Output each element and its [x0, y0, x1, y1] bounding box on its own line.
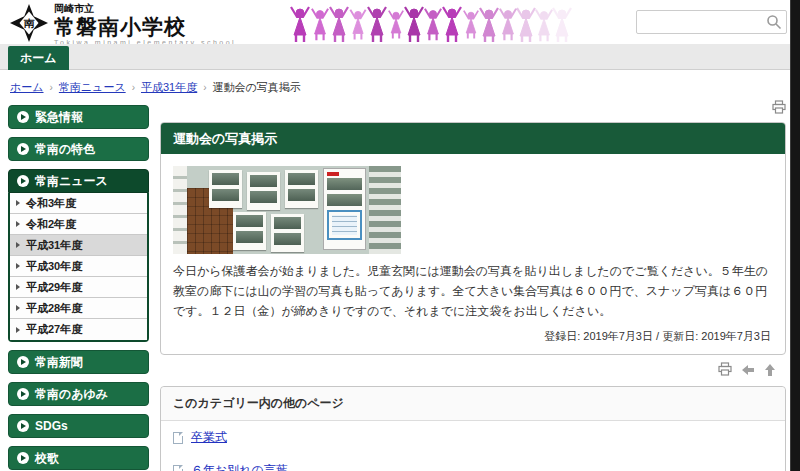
- sidebar-subitem-heisei29[interactable]: 平成29年度: [10, 277, 147, 298]
- main-content: 運動会の写真掲示: [160, 100, 786, 471]
- sidebar-subitem-label: 平成30年度: [26, 259, 82, 274]
- article-box: 運動会の写真掲示: [160, 122, 786, 355]
- arrow-right-icon: [16, 221, 20, 227]
- breadcrumb-separator: ›: [203, 82, 206, 93]
- sidebar-item-school-song[interactable]: 校歌: [8, 446, 149, 470]
- main-navbar: ホーム: [0, 44, 800, 70]
- arrow-right-icon: [16, 284, 20, 290]
- printer-icon: [718, 362, 732, 376]
- related-link-label: ６年お別れの言葉: [191, 462, 288, 471]
- sidebar-subitem-heisei30[interactable]: 平成30年度: [10, 256, 147, 277]
- breadcrumb-news[interactable]: 常南ニュース: [59, 80, 126, 95]
- related-link-label: 卒業式: [191, 429, 227, 446]
- date-separator: /: [653, 330, 662, 342]
- circle-arrow-icon: [17, 175, 29, 187]
- article-text: 今日から保護者会が始まりました。児童玄関には運動会の写真を貼り出しましたのでご覧…: [173, 262, 773, 321]
- school-affiliation: 岡崎市立: [54, 2, 236, 16]
- sidebar-subitem-reiwa2[interactable]: 令和2年度: [10, 214, 147, 235]
- arrow-right-icon: [16, 242, 20, 248]
- sidebar-item-school-history[interactable]: 常南のあゆみ: [8, 382, 149, 406]
- sidebar-subitem-heisei28[interactable]: 平成28年度: [10, 298, 147, 319]
- breadcrumb-home[interactable]: ホーム: [10, 80, 44, 95]
- sidebar-subitem-label: 平成29年度: [26, 280, 82, 295]
- article-dates: 登録日: 2019年7月3日 / 更新日: 2019年7月3日: [173, 321, 773, 346]
- sidebar-subitem-label: 平成27年度: [26, 322, 82, 337]
- sidebar-item-school-features[interactable]: 常南の特色: [8, 137, 149, 161]
- arrow-right-icon: [16, 327, 20, 333]
- sidebar: 緊急情報 常南の特色 常南ニュース 令和3年度 令和2年度 平成31年度 平成3…: [8, 105, 149, 471]
- search-icon[interactable]: [766, 14, 782, 30]
- sidebar-item-label: 常南のあゆみ: [35, 386, 108, 403]
- circle-arrow-icon: [17, 143, 29, 155]
- photo-snapshot-grid: [369, 166, 401, 254]
- updated-date: 更新日: 2019年7月3日: [662, 330, 771, 342]
- sidebar-item-label: 常南ニュース: [35, 173, 108, 190]
- arrow-right-icon: [16, 263, 20, 269]
- site-header: 南 岡崎市立 常磐南小学校 Tokiwa minami elementary s…: [0, 0, 800, 44]
- school-emblem-icon: 南: [10, 4, 48, 42]
- circle-arrow-icon: [17, 356, 29, 368]
- arrow-right-icon: [16, 200, 20, 206]
- sidebar-item-label: 常南新聞: [35, 354, 83, 371]
- related-link-farewell-words[interactable]: ６年お別れの言葉: [161, 454, 785, 471]
- sidebar-news-submenu: 令和3年度 令和2年度 平成31年度 平成30年度 平成29年度 平成28年度 …: [8, 193, 149, 342]
- related-pages-title: このカテゴリー内の他のページ: [161, 387, 785, 421]
- photo-whiteboard: [323, 168, 366, 250]
- print-button[interactable]: [772, 100, 786, 118]
- page-top-button[interactable]: [764, 363, 776, 379]
- article-body: 今日から保護者会が始まりました。児童玄関には運動会の写真を貼り出しましたのでご覧…: [161, 154, 785, 354]
- sidebar-item-emergency-info[interactable]: 緊急情報: [8, 105, 149, 129]
- sidebar-item-label: 常南の特色: [35, 141, 95, 158]
- circle-arrow-icon: [17, 388, 29, 400]
- registered-date: 登録日: 2019年7月3日: [544, 330, 653, 342]
- home-tab[interactable]: ホーム: [8, 46, 69, 70]
- sidebar-item-label: SDGs: [35, 419, 68, 433]
- school-logo[interactable]: 南 岡崎市立 常磐南小学校 Tokiwa minami elementary s…: [10, 2, 236, 46]
- search-area: [636, 10, 787, 34]
- arrow-left-icon: [741, 364, 755, 376]
- circle-arrow-icon: [17, 420, 29, 432]
- photo-sheet: [271, 214, 304, 252]
- photo-sheet: [209, 170, 242, 208]
- sidebar-subitem-reiwa3[interactable]: 令和3年度: [10, 193, 147, 214]
- breadcrumb-separator: ›: [132, 82, 135, 93]
- sidebar-item-label: 校歌: [35, 450, 59, 467]
- school-name: 常磐南小学校: [54, 16, 236, 38]
- sports-day-photos-image: [173, 166, 401, 254]
- sidebar-subitem-label: 平成31年度: [26, 238, 82, 253]
- search-input[interactable]: [636, 10, 787, 34]
- article-title: 運動会の写真掲示: [161, 123, 785, 154]
- sidebar-item-school-news[interactable]: 常南ニュース: [8, 169, 149, 193]
- document-icon: [173, 432, 183, 444]
- related-pages-box: このカテゴリー内の他のページ 卒業式 ６年お別れの言葉 ６年生家庭科調理実習: [160, 386, 786, 471]
- arrow-right-icon: [16, 305, 20, 311]
- back-button[interactable]: [741, 363, 755, 378]
- photo-sheet: [247, 172, 280, 210]
- printer-icon: [772, 100, 786, 114]
- related-link-graduation[interactable]: 卒業式: [161, 421, 785, 454]
- sidebar-item-sdgs[interactable]: SDGs: [8, 414, 149, 438]
- breadcrumb: ホーム › 常南ニュース › 平成31年度 › 運動会の写真掲示: [10, 80, 301, 95]
- sidebar-subitem-heisei27[interactable]: 平成27年度: [10, 319, 147, 340]
- logo-text: 岡崎市立 常磐南小学校 Tokiwa minami elementary sch…: [54, 2, 236, 46]
- photo-blue-notice: [327, 210, 362, 240]
- breadcrumb-current-page: 運動会の写真掲示: [213, 80, 301, 95]
- document-icon: [173, 465, 183, 471]
- page-tools-top: [160, 100, 786, 122]
- sidebar-item-school-newspaper[interactable]: 常南新聞: [8, 350, 149, 374]
- people-silhouette-banner: [288, 2, 573, 42]
- sidebar-subitem-label: 平成28年度: [26, 301, 82, 316]
- photo-papers-strip: [173, 166, 187, 254]
- sidebar-subitem-heisei31[interactable]: 平成31年度: [10, 235, 147, 256]
- sidebar-item-label: 緊急情報: [35, 109, 83, 126]
- photo-price-tag: [327, 172, 339, 176]
- breadcrumb-year[interactable]: 平成31年度: [141, 80, 197, 95]
- arrow-up-icon: [764, 363, 776, 377]
- emblem-character: 南: [24, 18, 35, 29]
- breadcrumb-separator: ›: [50, 82, 53, 93]
- print-button[interactable]: [718, 362, 732, 380]
- page-tools-bottom: [160, 355, 786, 386]
- window-right-edge: [790, 0, 800, 471]
- sidebar-subitem-label: 令和3年度: [26, 196, 76, 211]
- photo-sheet: [233, 212, 266, 250]
